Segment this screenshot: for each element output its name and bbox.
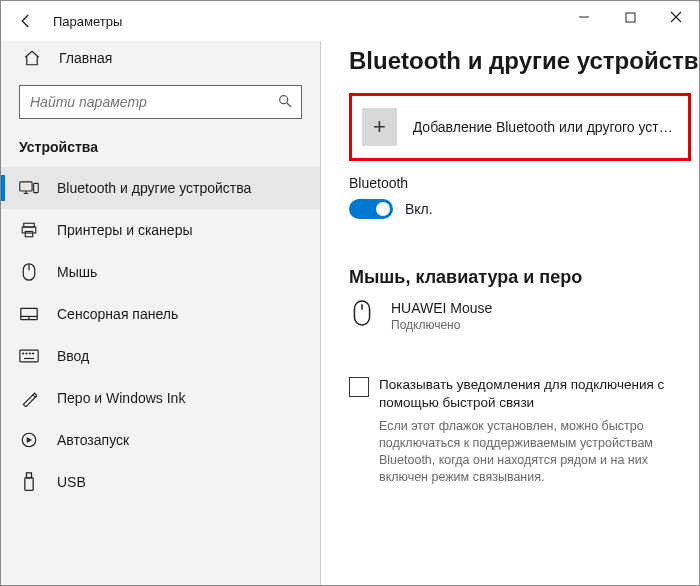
sidebar-item-label: Автозапуск (57, 432, 129, 448)
devices-icon (19, 180, 39, 196)
sidebar-item-label: Принтеры и сканеры (57, 222, 192, 238)
svg-point-18 (26, 353, 27, 354)
svg-line-3 (287, 103, 291, 107)
svg-rect-23 (27, 473, 32, 478)
svg-rect-9 (22, 227, 36, 233)
main-content: Bluetooth и другие устройства + Добавлен… (321, 41, 699, 585)
sidebar: Главная Устройства Bluetooth и другие ус… (1, 41, 321, 585)
sidebar-item-label: Ввод (57, 348, 89, 364)
sidebar-item-label: Перо и Windows Ink (57, 390, 185, 406)
plus-icon: + (362, 108, 397, 146)
quickpair-label: Показывать уведомления для подключения с… (379, 376, 687, 412)
quickpair-help: Если этот флажок установлен, можно быстр… (379, 418, 699, 486)
svg-point-2 (280, 95, 288, 103)
sidebar-item-label: USB (57, 474, 86, 490)
pen-icon (19, 389, 39, 407)
device-row[interactable]: HUAWEI Mouse Подключено (349, 300, 699, 332)
mouse-icon (19, 263, 39, 281)
sidebar-item-autoplay[interactable]: Автозапуск (1, 419, 320, 461)
sidebar-item-touchpad[interactable]: Сенсорная панель (1, 293, 320, 335)
sidebar-item-typing[interactable]: Ввод (1, 335, 320, 377)
search-icon (277, 93, 293, 112)
svg-rect-24 (25, 478, 33, 491)
minimize-button[interactable] (561, 1, 607, 33)
sidebar-item-pen[interactable]: Перо и Windows Ink (1, 377, 320, 419)
autoplay-icon (19, 431, 39, 449)
add-device-button[interactable]: + Добавление Bluetooth или другого устро… (349, 93, 691, 161)
maximize-button[interactable] (607, 1, 653, 33)
sidebar-home-label: Главная (59, 50, 112, 66)
sidebar-item-printers[interactable]: Принтеры и сканеры (1, 209, 320, 251)
mouse-icon (353, 300, 377, 329)
back-icon[interactable] (17, 12, 35, 30)
usb-icon (19, 472, 39, 492)
quickpair-checkbox[interactable] (349, 377, 369, 397)
sidebar-item-usb[interactable]: USB (1, 461, 320, 503)
window-title: Параметры (53, 14, 122, 29)
svg-point-20 (33, 353, 34, 354)
sidebar-section-title: Устройства (1, 135, 320, 167)
keyboard-icon (19, 349, 39, 363)
device-name: HUAWEI Mouse (391, 300, 492, 316)
sidebar-item-mouse[interactable]: Мышь (1, 251, 320, 293)
section-mouse-keyboard: Мышь, клавиатура и перо (349, 267, 699, 288)
bluetooth-label: Bluetooth (349, 175, 699, 191)
svg-point-19 (29, 353, 30, 354)
device-status: Подключено (391, 318, 492, 332)
bluetooth-toggle[interactable] (349, 199, 393, 219)
sidebar-home[interactable]: Главная (1, 41, 320, 85)
home-icon (23, 49, 41, 67)
sidebar-nav: Bluetooth и другие устройства Принтеры и… (1, 167, 320, 503)
search-field[interactable] (30, 94, 277, 110)
svg-rect-10 (25, 232, 33, 237)
page-title: Bluetooth и другие устройства (349, 47, 699, 75)
window-controls (561, 1, 699, 33)
printer-icon (19, 221, 39, 239)
svg-rect-7 (34, 183, 39, 192)
bluetooth-state: Вкл. (405, 201, 433, 217)
sidebar-item-label: Сенсорная панель (57, 306, 178, 322)
svg-rect-16 (20, 350, 38, 362)
svg-rect-1 (626, 13, 635, 22)
sidebar-item-label: Bluetooth и другие устройства (57, 180, 251, 196)
close-button[interactable] (653, 1, 699, 33)
svg-point-17 (23, 353, 24, 354)
sidebar-item-bluetooth[interactable]: Bluetooth и другие устройства (1, 167, 320, 209)
add-device-label: Добавление Bluetooth или другого устройс… (413, 119, 678, 135)
svg-rect-4 (20, 182, 32, 191)
touchpad-icon (19, 307, 39, 321)
sidebar-item-label: Мышь (57, 264, 97, 280)
search-input[interactable] (19, 85, 302, 119)
